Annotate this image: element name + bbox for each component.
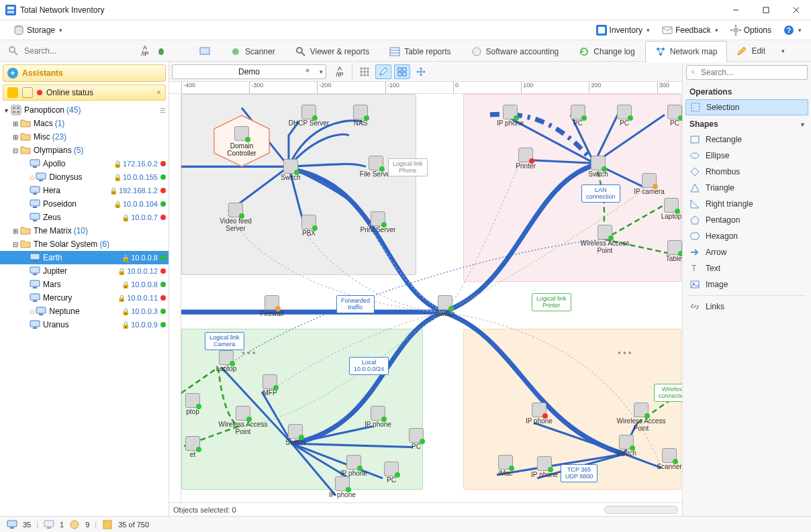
shape-pentagon[interactable]: Pentagon <box>683 212 811 228</box>
map-node[interactable]: Scanner <box>646 448 682 470</box>
tree-row[interactable]: ⊞Misc(23) <box>0 130 169 144</box>
tree-row[interactable]: ⌂Neptune🔒10.0.0.3 <box>0 305 169 318</box>
edit-menu[interactable]: Edit▾ <box>727 40 794 62</box>
help-button[interactable]: ? ▾ <box>779 23 806 38</box>
a-ip-button[interactable]: A/IP <box>332 64 348 79</box>
map-node[interactable]: Wireless Access Point <box>220 406 267 435</box>
map-node[interactable]: ptop <box>181 393 216 415</box>
map-node[interactable]: Switch <box>422 295 469 317</box>
map-node[interactable]: IP phone <box>487 105 534 127</box>
tree-add-icon[interactable] <box>153 44 169 58</box>
tree-row[interactable]: Zeus🔒10.0.0.7 <box>0 211 169 224</box>
tab-viewer-reports[interactable]: Viewer & reports <box>285 41 379 62</box>
map-node[interactable]: PC <box>393 428 440 450</box>
map-node[interactable]: PC <box>368 462 415 484</box>
map-canvas[interactable]: Domain Controller DHCP ServerNASFile Ser… <box>181 94 682 502</box>
map-node[interactable]: Printer <box>502 148 549 170</box>
map-node[interactable]: IP phone <box>319 476 366 498</box>
right-search-input[interactable] <box>700 67 803 78</box>
tree-row[interactable]: Hera🔒192.168.1.2 <box>0 184 169 197</box>
global-search-input[interactable] <box>23 46 117 56</box>
feedback-menu[interactable]: Feedback▾ <box>658 23 722 38</box>
shape-right-triangle[interactable]: Right triangle <box>683 196 811 212</box>
tree-row[interactable]: ⊟Olympians(5) <box>0 144 169 157</box>
shape-ellipse[interactable]: Ellipse <box>683 148 811 164</box>
map-node[interactable]: PC <box>555 105 602 127</box>
tree-row[interactable]: ⊞Macs(1) <box>0 117 169 130</box>
links-row[interactable]: Links <box>683 299 811 315</box>
tab-software-accounting[interactable]: Software accounting <box>461 41 569 62</box>
snap-button[interactable] <box>394 64 410 79</box>
assistant-online-status[interactable]: Online status × <box>3 85 166 101</box>
tab-network-map[interactable]: Network map <box>645 41 728 62</box>
map-node[interactable]: Switch <box>575 156 622 178</box>
shape-image[interactable]: Image <box>683 276 811 292</box>
map-node[interactable]: Tablet <box>651 240 682 262</box>
edit-mode-button[interactable] <box>375 64 391 79</box>
device-tree[interactable]: ▾Panopticon(45)☰⊞Macs(1)⊞Misc(23)⊟Olympi… <box>0 103 169 516</box>
tab-overview[interactable] <box>189 41 220 62</box>
shape-hexagon[interactable]: Hexagon <box>683 228 811 244</box>
shape-rectangle[interactable]: Rectangle <box>683 131 811 148</box>
node-domain-controller[interactable]: Domain Controller <box>211 114 272 168</box>
map-node[interactable]: MFP <box>246 374 293 396</box>
map-selector-dropdown[interactable]: Demo ▾ <box>172 64 326 79</box>
tree-row[interactable]: Apollo🔒172.16.0.2 <box>0 157 169 170</box>
gear-icon[interactable] <box>303 66 312 77</box>
tree-row[interactable]: ⌂Dionysus🔒10.0.0.155 <box>0 170 169 184</box>
tree-row[interactable]: Jupiter🔒10.0.0.12 <box>0 264 169 278</box>
close-icon[interactable]: × <box>156 88 161 97</box>
map-node[interactable]: DHCP Server <box>285 105 332 127</box>
right-search[interactable] <box>686 65 808 80</box>
map-node[interactable]: IP phone <box>354 406 401 428</box>
window-minimize-button[interactable] <box>720 0 751 20</box>
tree-row[interactable]: ▾Panopticon(45)☰ <box>0 103 169 117</box>
add-assistant-icon[interactable]: + <box>7 68 18 78</box>
tree-row[interactable]: ⊞The Matrix(10) <box>0 224 169 237</box>
map-node[interactable]: Wireless Access Point <box>618 403 665 432</box>
map-node[interactable]: Switch <box>603 435 650 457</box>
options-menu[interactable]: Options <box>726 23 775 38</box>
map-node[interactable]: Print Server <box>354 211 401 233</box>
shape-rhombus[interactable]: Rhombus <box>683 164 811 180</box>
tab-table-reports[interactable]: Table reports <box>379 41 461 62</box>
inventory-menu[interactable]: Inventory▾ <box>592 23 654 38</box>
tab-scanner[interactable]: Scanner <box>220 41 285 62</box>
global-search[interactable] <box>3 46 137 56</box>
map-node[interactable]: et <box>181 436 216 458</box>
list-options-icon[interactable]: ☰ <box>160 107 166 114</box>
map-node[interactable]: Laptop <box>648 198 682 220</box>
tree-row[interactable]: Earth🔒10.0.0.8 <box>0 251 169 264</box>
shape-text[interactable]: TText <box>683 260 811 276</box>
map-node[interactable]: NAS <box>337 105 384 127</box>
shape-triangle[interactable]: Triangle <box>683 180 811 196</box>
tree-row[interactable]: Uranus🔒10.0.0.9 <box>0 318 169 331</box>
window-close-button[interactable] <box>781 0 811 20</box>
tree-row[interactable]: Mercury🔒10.0.0.11 <box>0 291 169 305</box>
pan-button[interactable] <box>413 64 429 79</box>
a-ip-toggle-icon[interactable]: A/IP <box>137 44 153 58</box>
map-node[interactable]: IP phone <box>516 403 563 425</box>
map-node[interactable]: PBX <box>285 215 332 237</box>
window-maximize-button[interactable] <box>751 0 781 20</box>
shape-arrow[interactable]: Arrow <box>683 244 811 260</box>
grid-button[interactable] <box>356 64 373 79</box>
map-node[interactable]: PC <box>651 105 682 127</box>
map-node[interactable]: Wireless Access Point <box>581 225 628 254</box>
map-node[interactable]: Firewall <box>248 295 295 317</box>
filter-icon[interactable] <box>22 87 33 98</box>
tree-row[interactable]: ⊟The Solar System(6) <box>0 237 169 251</box>
tree-row[interactable]: Mars🔒10.0.0.8 <box>0 278 169 291</box>
shapes-header[interactable]: Shapes▾ <box>683 115 811 131</box>
tree-row[interactable]: Poseidon🔒10.0.0.104 <box>0 197 169 211</box>
map-node[interactable]: Video feed Server <box>212 203 259 232</box>
assistants-header[interactable]: + Assistants <box>3 64 166 82</box>
map-node[interactable]: Switch <box>272 424 319 446</box>
map-node[interactable]: PC <box>601 105 648 127</box>
operation-selection[interactable]: Selection <box>685 99 808 115</box>
map-node[interactable]: IP camera <box>626 173 673 195</box>
tab-change-log[interactable]: Change log <box>569 41 645 62</box>
zoom-slider[interactable] <box>604 506 678 514</box>
storage-menu[interactable]: Storage ▾ <box>9 23 66 38</box>
map-node[interactable]: Switch <box>267 159 314 181</box>
